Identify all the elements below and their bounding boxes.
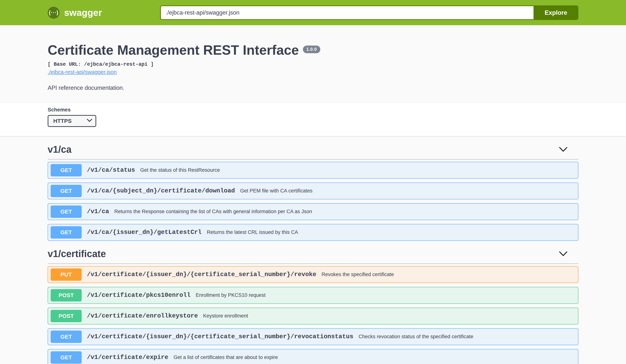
operation-description: Get the status of this RestResource [140,167,220,173]
swagger-logo-glyph: {···} [49,10,59,15]
chevron-down-icon [87,119,92,122]
scheme-select-wrap: HTTPS [48,115,96,127]
http-method-badge: GET [51,205,82,218]
chevron-down-icon[interactable] [559,147,568,152]
api-section: v1/ca GET /v1/ca/status Get the status o… [48,144,578,241]
operation-row[interactable]: GET /v1/ca/{issuer_dn}/getLatestCrl Retu… [48,224,578,241]
chevron-down-icon[interactable] [559,251,568,256]
operation-path[interactable]: /v1/ca/{subject_dn}/certificate/download [87,187,235,194]
http-method-badge: POST [51,310,82,322]
operation-path[interactable]: /v1/certificate/pkcs10enroll [87,292,191,299]
operation-description: Returns the latest CRL issued by this CA [207,230,298,235]
operation-list: GET /v1/ca/status Get the status of this… [48,162,578,241]
operation-path[interactable]: /v1/ca [87,208,109,215]
operation-description: Checks revocation status of the specifie… [359,334,473,339]
http-method-badge: GET [51,185,82,197]
operation-row[interactable]: GET /v1/ca/status Get the status of this… [48,162,578,179]
operation-path[interactable]: /v1/ca/status [87,167,135,174]
api-section: v1/certificate PUT /v1/certificate/{issu… [48,248,578,364]
operation-description: Returns the Response containing the list… [114,209,312,214]
operation-description: Keystore enrollment [203,313,248,319]
spec-json-link[interactable]: ./ejbca-rest-api/swagger.json [48,69,117,75]
download-url-wrapper: Explore [160,5,578,20]
http-method-badge: PUT [51,268,82,281]
http-method-badge: GET [51,226,82,238]
http-method-badge: POST [51,289,82,301]
api-title-text: Certificate Management REST Interface [48,43,299,58]
operation-row[interactable]: GET /v1/certificate/expire Get a list of… [48,349,578,364]
operations-list: v1/ca GET /v1/ca/status Get the status o… [48,136,578,364]
operation-row[interactable]: GET /v1/ca Returns the Response containi… [48,203,578,220]
page-title: Certificate Management REST Interface 1.… [48,43,578,58]
operation-path[interactable]: /v1/certificate/expire [87,354,168,361]
operation-path[interactable]: /v1/certificate/{issuer_dn}/{certificate… [87,333,353,340]
operation-path[interactable]: /v1/certificate/enrollkeystore [87,312,198,319]
api-description: API reference documentation. [48,85,578,91]
operation-description: Enrollment by PKCS10 request [196,292,266,298]
section-title: v1/certificate [48,248,106,259]
http-method-badge: GET [51,164,82,176]
section-header[interactable]: v1/certificate [48,248,578,264]
explore-button[interactable]: Explore [534,5,578,20]
operation-row[interactable]: POST /v1/certificate/pkcs10enroll Enroll… [48,287,578,304]
operation-list: PUT /v1/certificate/{issuer_dn}/{certifi… [48,266,578,364]
http-method-badge: GET [51,351,82,364]
http-method-badge: GET [51,331,82,343]
section-title: v1/ca [48,144,72,155]
operation-row[interactable]: POST /v1/certificate/enrollkeystore Keys… [48,308,578,325]
operation-description: Get PEM file with CA certificates [240,188,313,194]
operation-path[interactable]: /v1/certificate/{issuer_dn}/{certificate… [87,271,316,278]
topbar: {···} swagger Explore [0,0,626,25]
info-section: Certificate Management REST Interface 1.… [0,25,626,102]
operation-path[interactable]: /v1/ca/{issuer_dn}/getLatestCrl [87,229,202,236]
section-header[interactable]: v1/ca [48,144,578,160]
spec-url-input[interactable] [160,5,534,20]
operation-row[interactable]: PUT /v1/certificate/{issuer_dn}/{certifi… [48,266,578,283]
operation-description: Get a list of certificates that are abou… [174,355,278,360]
base-url: [ Base URL: /ejbca/ejbca-rest-api ] [48,62,578,67]
scheme-selected-value: HTTPS [53,118,72,124]
swagger-logo: {···} swagger [48,7,102,19]
scheme-container: Schemes HTTPS [0,102,626,136]
operation-row[interactable]: GET /v1/ca/{subject_dn}/certificate/down… [48,183,578,199]
version-badge: 1.0.0 [303,46,320,53]
schemes-label: Schemes [48,107,578,113]
operation-row[interactable]: GET /v1/certificate/{issuer_dn}/{certifi… [48,328,578,345]
operation-description: Revokes the specified certificate [322,272,394,277]
swagger-wordmark: swagger [64,7,102,18]
swagger-logo-icon: {···} [48,7,60,19]
